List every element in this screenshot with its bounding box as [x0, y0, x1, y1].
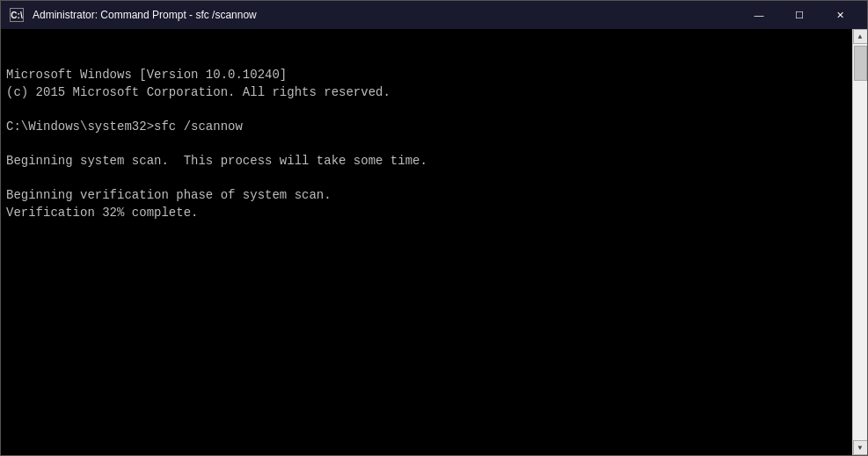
terminal-line	[6, 325, 847, 343]
minimize-button[interactable]: —	[739, 1, 779, 29]
scroll-down-button[interactable]: ▼	[853, 440, 868, 455]
titlebar: C:\ Administrator: Command Prompt - sfc …	[1, 1, 867, 29]
terminal-line	[6, 273, 847, 291]
terminal-output[interactable]: Microsoft Windows [Version 10.0.10240] (…	[1, 29, 852, 455]
terminal-line	[6, 291, 847, 308]
terminal-line	[6, 257, 847, 274]
terminal-line	[6, 394, 847, 411]
scroll-down-arrow-icon: ▼	[858, 444, 863, 452]
terminal-line	[6, 308, 847, 326]
terminal-line: Beginning system scan. This process will…	[6, 153, 847, 170]
terminal-line	[6, 411, 847, 429]
terminal-line: C:\Windows\system32>sfc /scannow	[6, 119, 847, 136]
scrollbar: ▲ ▼	[852, 29, 867, 455]
command-prompt-window: C:\ Administrator: Command Prompt - sfc …	[0, 0, 868, 456]
terminal-line: (c) 2015 Microsoft Corporation. All righ…	[6, 84, 847, 102]
window-icon: C:\	[8, 6, 26, 24]
scroll-up-arrow-icon: ▲	[858, 33, 863, 40]
terminal-line	[6, 429, 847, 446]
content-area: Microsoft Windows [Version 10.0.10240] (…	[1, 29, 867, 455]
terminal-line	[6, 170, 847, 188]
terminal-line	[6, 136, 847, 154]
terminal-line: Beginning verification phase of system s…	[6, 187, 847, 205]
window-controls: — ☐ ✕	[739, 1, 860, 29]
maximize-button[interactable]: ☐	[779, 1, 820, 29]
window-title: Administrator: Command Prompt - sfc /sca…	[33, 9, 739, 21]
terminal-line	[6, 359, 847, 377]
terminal-line	[6, 445, 847, 455]
cmd-icon: C:\	[10, 8, 24, 22]
terminal-line	[6, 343, 847, 360]
scrollbar-track[interactable]	[853, 44, 867, 440]
close-button[interactable]: ✕	[820, 1, 860, 29]
terminal-line	[6, 101, 847, 119]
terminal-line	[6, 222, 847, 240]
terminal-line	[6, 377, 847, 394]
terminal-line	[6, 239, 847, 257]
scrollbar-thumb[interactable]	[854, 46, 867, 81]
terminal-line: Microsoft Windows [Version 10.0.10240]	[6, 67, 847, 84]
scroll-up-button[interactable]: ▲	[853, 29, 868, 44]
terminal-line: Verification 32% complete.	[6, 205, 847, 222]
